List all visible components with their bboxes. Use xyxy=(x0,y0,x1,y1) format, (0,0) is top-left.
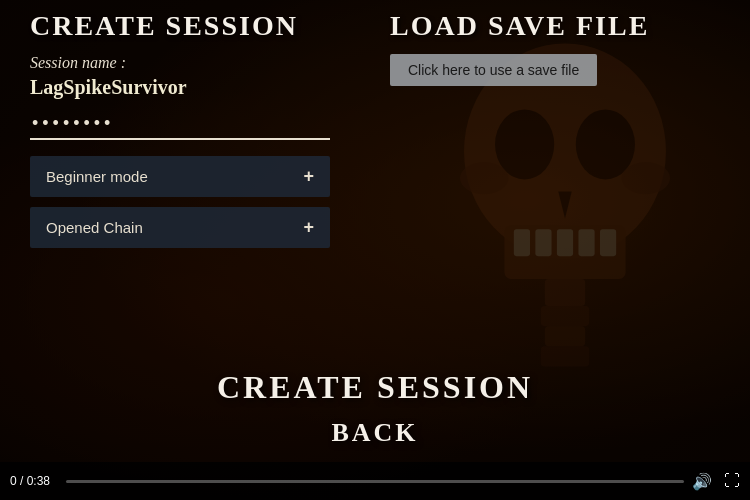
opened-chain-dropdown[interactable]: Opened Chain + xyxy=(30,207,330,248)
password-input[interactable] xyxy=(30,109,330,140)
beginner-mode-label: Beginner mode xyxy=(46,168,148,185)
back-button[interactable]: Back xyxy=(311,416,438,450)
create-session-button[interactable]: Create Session xyxy=(197,365,553,410)
main-container: Create Session Session name : LagSpikeSu… xyxy=(0,0,750,500)
volume-icon[interactable]: 🔊 xyxy=(692,472,712,491)
right-column: Load Save File Click here to use a save … xyxy=(360,0,720,365)
fullscreen-icon[interactable]: ⛶ xyxy=(724,472,740,490)
video-bar: 0 / 0:38 🔊 ⛶ xyxy=(0,462,750,500)
top-section: Create Session Session name : LagSpikeSu… xyxy=(0,0,750,365)
session-name-value: LagSpikeSurvivor xyxy=(30,76,360,99)
video-controls: 🔊 ⛶ xyxy=(692,472,740,491)
beginner-mode-dropdown[interactable]: Beginner mode + xyxy=(30,156,330,197)
beginner-mode-plus-icon: + xyxy=(303,166,314,187)
opened-chain-plus-icon: + xyxy=(303,217,314,238)
video-time: 0 / 0:38 xyxy=(10,474,50,488)
left-column: Create Session Session name : LagSpikeSu… xyxy=(30,0,360,365)
session-name-label: Session name : xyxy=(30,54,360,72)
video-progress-bar[interactable] xyxy=(66,480,684,483)
opened-chain-label: Opened Chain xyxy=(46,219,143,236)
create-session-title: Create Session xyxy=(30,10,360,42)
load-save-title: Load Save File xyxy=(390,10,649,42)
load-save-button[interactable]: Click here to use a save file xyxy=(390,54,597,86)
